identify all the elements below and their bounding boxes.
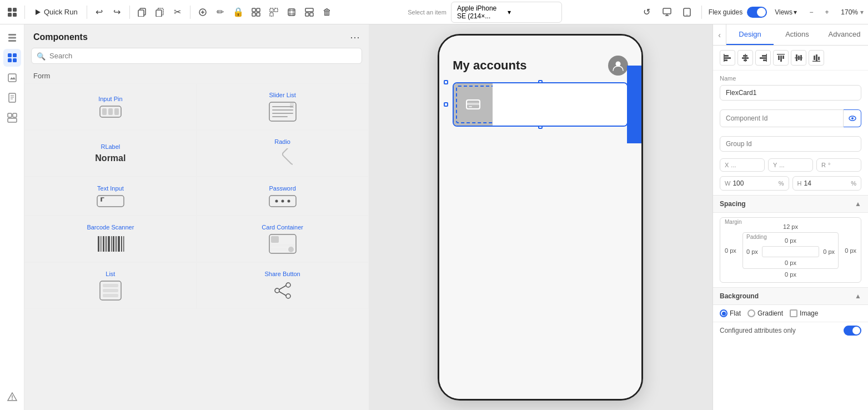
pen-tool[interactable]: ✏ bbox=[213, 4, 228, 20]
component-input-pin[interactable]: Input Pin bbox=[24, 83, 197, 130]
paste-button[interactable] bbox=[152, 4, 168, 20]
bg-flat-option[interactable]: Flat bbox=[720, 309, 741, 317]
component-id-input[interactable] bbox=[720, 109, 844, 127]
x-field[interactable]: X ... bbox=[720, 158, 765, 172]
sidebar-item-blocks[interactable] bbox=[3, 109, 21, 127]
component-radio[interactable]: Radio bbox=[197, 130, 369, 177]
sidebar-item-pages[interactable] bbox=[3, 89, 21, 107]
sep4 bbox=[190, 6, 190, 19]
tab-actions[interactable]: Actions bbox=[774, 24, 821, 45]
zoom-minus-button[interactable]: − bbox=[805, 6, 818, 19]
r-field[interactable]: R ° bbox=[816, 158, 861, 172]
bg-flat-radio[interactable] bbox=[720, 309, 727, 317]
component-list[interactable]: List bbox=[24, 262, 197, 309]
lock-tool[interactable]: 🔒 bbox=[230, 4, 246, 20]
bg-gradient-radio[interactable] bbox=[747, 309, 755, 317]
component-tool[interactable] bbox=[195, 4, 210, 20]
component-card-container[interactable]: Card Container bbox=[197, 216, 369, 262]
svg-rect-99 bbox=[816, 54, 817, 61]
h-unit: % bbox=[851, 180, 856, 187]
svg-rect-55 bbox=[108, 236, 110, 252]
component-barcode-scanner[interactable]: Barcode Scanner bbox=[24, 216, 197, 262]
selected-card-container[interactable] bbox=[446, 82, 635, 127]
redo-button[interactable]: ↪ bbox=[109, 4, 125, 20]
align-top-button[interactable] bbox=[773, 50, 789, 66]
svg-rect-32 bbox=[9, 93, 16, 102]
component-rlabel[interactable]: RLabel Normal bbox=[24, 130, 197, 177]
svg-point-103 bbox=[851, 117, 854, 119]
configured-attributes-toggle[interactable] bbox=[844, 326, 861, 336]
undo-button[interactable]: ↩ bbox=[92, 4, 107, 20]
component-text-input[interactable]: Text Input bbox=[24, 177, 197, 216]
components-menu-button[interactable]: ⋯ bbox=[350, 31, 360, 43]
toolbar: Quick Run ↩ ↪ ✂ ✏ 🔒 🗑 Select an item App… bbox=[0, 0, 868, 24]
device-select-box[interactable]: Apple iPhone SE (214×... ▾ bbox=[451, 2, 562, 23]
mobile-view-icon[interactable] bbox=[679, 4, 695, 20]
sidebar-item-layers[interactable] bbox=[3, 29, 21, 47]
svg-rect-57 bbox=[113, 236, 114, 252]
y-field[interactable]: Y ... bbox=[768, 158, 813, 172]
group-tool[interactable] bbox=[248, 4, 264, 20]
flex-guides-toggle[interactable] bbox=[747, 7, 767, 18]
password-visual bbox=[269, 195, 297, 207]
tab-design[interactable]: Design bbox=[726, 24, 774, 45]
component-share-button[interactable]: Share Button bbox=[197, 262, 369, 309]
spacing-title: Spacing bbox=[720, 200, 746, 208]
sidebar-item-warnings[interactable] bbox=[3, 388, 21, 406]
refresh-button[interactable]: ↺ bbox=[639, 4, 655, 20]
align-bottom-button[interactable] bbox=[809, 50, 824, 66]
panel-tabs: ‹ Design Actions Advanced bbox=[713, 24, 868, 46]
w-field[interactable]: W 100 % bbox=[720, 176, 789, 191]
bg-image-option[interactable]: Image bbox=[790, 309, 818, 317]
share-button-visual bbox=[273, 281, 293, 301]
ungroup-tool[interactable] bbox=[266, 4, 282, 20]
delete-tool[interactable]: 🗑 bbox=[319, 4, 335, 20]
chevron-down-icon: ▾ bbox=[508, 8, 556, 16]
svg-rect-51 bbox=[98, 236, 99, 252]
align-left-button[interactable] bbox=[720, 50, 735, 66]
tab-advanced[interactable]: Advanced bbox=[821, 24, 868, 45]
slider-list-label: Slider List bbox=[269, 92, 295, 98]
align-center-h-button[interactable] bbox=[737, 50, 753, 66]
svg-rect-33 bbox=[8, 113, 12, 117]
spacing-box: Margin 12 px 0 px Padding 0 px 0 px bbox=[713, 213, 868, 287]
bg-gradient-option[interactable]: Gradient bbox=[747, 309, 783, 317]
sidebar-item-assets[interactable] bbox=[3, 69, 21, 87]
background-collapse-button[interactable]: ▲ bbox=[855, 292, 861, 300]
align-right-button[interactable] bbox=[755, 50, 771, 66]
component-slider-list[interactable]: Slider List bbox=[197, 83, 369, 130]
copy-button[interactable] bbox=[134, 4, 150, 20]
zoom-plus-button[interactable]: + bbox=[820, 6, 834, 19]
svg-rect-89 bbox=[766, 54, 767, 62]
component-id-input-wrapper bbox=[720, 109, 861, 127]
device-selector[interactable]: Select an item Apple iPhone SE (214×... … bbox=[374, 2, 562, 23]
h-field[interactable]: H 14 % bbox=[792, 176, 862, 191]
layout-tool[interactable] bbox=[302, 4, 317, 20]
svg-rect-13 bbox=[257, 13, 260, 16]
group-id-input[interactable] bbox=[720, 136, 861, 152]
frame-tool[interactable] bbox=[284, 4, 299, 20]
canvas-area[interactable]: My accounts bbox=[369, 24, 713, 410]
component-password[interactable]: Password bbox=[197, 177, 369, 216]
search-input[interactable] bbox=[31, 48, 362, 64]
handle-middle-left[interactable] bbox=[444, 102, 448, 107]
rlabel-visual: Normal bbox=[95, 153, 126, 163]
visibility-toggle-button[interactable] bbox=[844, 109, 861, 127]
align-center-v-button[interactable] bbox=[791, 50, 806, 66]
spacing-collapse-button[interactable]: ▲ bbox=[855, 200, 861, 208]
name-field-group: Name bbox=[713, 71, 868, 105]
handle-top-left[interactable] bbox=[444, 80, 448, 84]
sidebar-item-components[interactable] bbox=[3, 49, 21, 67]
cut-button[interactable]: ✂ bbox=[170, 4, 185, 20]
name-field-label: Name bbox=[720, 75, 861, 82]
desktop-view-icon[interactable] bbox=[659, 4, 675, 20]
svg-rect-12 bbox=[252, 13, 255, 16]
name-input[interactable] bbox=[720, 85, 861, 101]
app-icon[interactable] bbox=[4, 4, 20, 20]
quick-run-button[interactable]: Quick Run bbox=[29, 6, 82, 18]
views-button[interactable]: Views ▾ bbox=[771, 6, 800, 18]
toolbar-right: ↺ Flex guides Views ▾ − + 170% ▾ bbox=[639, 4, 864, 20]
bg-image-radio[interactable] bbox=[790, 309, 797, 317]
collapse-panel-button[interactable]: ‹ bbox=[713, 24, 726, 45]
flex-card[interactable] bbox=[453, 82, 628, 127]
